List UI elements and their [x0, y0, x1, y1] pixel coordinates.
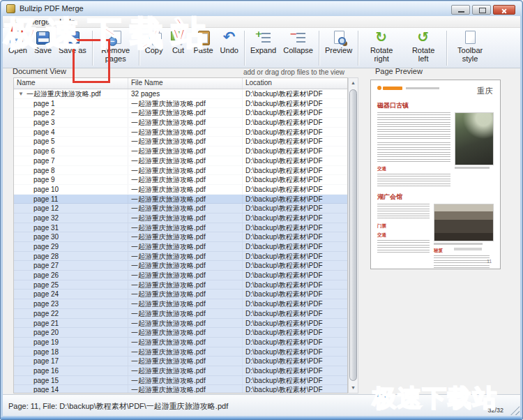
- table-row[interactable]: page 20一起游重庆旅游攻略.pdfD:\backup\教程素材\PDF: [14, 328, 347, 338]
- pdf-page-number: 11: [487, 259, 492, 264]
- toolbar-separator: [244, 31, 245, 66]
- copy-button[interactable]: Copy: [142, 29, 167, 55]
- collapse-button[interactable]: Collapse: [280, 29, 317, 55]
- pdf-sub-ticket: 门票: [377, 223, 430, 230]
- rotate-left-button[interactable]: Rotate left: [402, 29, 444, 63]
- table-scrollbar[interactable]: ▲ ▼: [348, 77, 358, 393]
- table-row[interactable]: page 11一起游重庆旅游攻略.pdfD:\backup\教程素材\PDF: [14, 195, 347, 204]
- toolbar-separator: [92, 31, 93, 66]
- table-row[interactable]: page 23一起游重庆旅游攻略.pdfD:\backup\教程素材\PDF: [14, 299, 347, 309]
- toolbar-button-label: Paste: [193, 47, 213, 55]
- table-row[interactable]: page 19一起游重庆旅游攻略.pdfD:\backup\教程素材\PDF: [14, 338, 347, 347]
- copy-icon: [146, 30, 162, 46]
- pdf-paragraph: [377, 112, 450, 139]
- expand-button[interactable]: Expand: [247, 29, 280, 55]
- undo-button[interactable]: Undo: [217, 29, 242, 55]
- pdf-paragraph: [377, 240, 430, 253]
- table-row[interactable]: page 18一起游重庆旅游攻略.pdfD:\backup\教程素材\PDF: [14, 347, 347, 357]
- open-icon: [9, 30, 26, 46]
- table-row[interactable]: page 5一起游重庆旅游攻略.pdfD:\backup\教程素材\PDF: [14, 137, 347, 147]
- scrollbar-thumb[interactable]: [349, 89, 357, 381]
- paste-button[interactable]: Paste: [190, 29, 216, 55]
- pdf-footer-links: [454, 248, 482, 250]
- pdf-paragraph: [377, 174, 450, 188]
- table-row[interactable]: page 30一起游重庆旅游攻略.pdfD:\backup\教程素材\PDF: [14, 232, 347, 242]
- table-row[interactable]: page 8一起游重庆旅游攻略.pdfD:\backup\教程素材\PDF: [14, 166, 347, 176]
- table-row-document[interactable]: ▼一起游重庆旅游攻略.pdf32 pagesD:\backup\教程素材\PDF: [14, 89, 347, 99]
- table-row[interactable]: page 29一起游重庆旅游攻略.pdfD:\backup\教程素材\PDF: [14, 242, 347, 252]
- menu-item-help[interactable]: Help: [54, 17, 80, 27]
- drag-drop-hint: add or drag drop files to the view: [170, 68, 344, 76]
- remove-pages-icon: [107, 30, 124, 46]
- scroll-up-arrow-icon[interactable]: ▲: [349, 78, 358, 88]
- table-row[interactable]: page 6一起游重庆旅游攻略.pdfD:\backup\教程素材\PDF: [14, 147, 347, 156]
- save-as-button[interactable]: Save as: [55, 29, 90, 55]
- close-button[interactable]: [493, 5, 515, 15]
- toolbar-separator: [139, 31, 139, 66]
- column-header-file-name[interactable]: File Name: [128, 78, 243, 89]
- preview-icon: [331, 30, 347, 46]
- table-row[interactable]: page 22一起游重庆旅游攻略.pdfD:\backup\教程素材\PDF: [14, 309, 347, 319]
- toolbar-button-label: Collapse: [283, 47, 313, 55]
- minimize-icon: [458, 11, 464, 13]
- table-row[interactable]: page 16一起游重庆旅游攻略.pdfD:\backup\教程素材\PDF: [14, 366, 347, 376]
- table-row[interactable]: page 32一起游重庆旅游攻略.pdfD:\backup\教程素材\PDF: [14, 213, 347, 223]
- page-preview: 重庆 磁器口古镇 交通 湖广会馆 门票: [370, 80, 501, 269]
- pdf-paragraph: [377, 204, 430, 220]
- table-row[interactable]: page 1一起游重庆旅游攻略.pdfD:\backup\教程素材\PDF: [14, 99, 347, 109]
- save-icon: [34, 30, 51, 46]
- minimize-button[interactable]: [451, 5, 470, 15]
- toolbar-button-label: Save as: [59, 47, 86, 55]
- collapse-arrow-icon[interactable]: ▼: [18, 89, 24, 98]
- toolbar-separator: [358, 31, 358, 66]
- column-header-name[interactable]: Name: [14, 78, 128, 89]
- menu-item-pdf-merge[interactable]: PDF Merge: [6, 17, 54, 27]
- expand-icon: [255, 30, 272, 46]
- table-row[interactable]: page 4一起游重庆旅游攻略.pdfD:\backup\教程素材\PDF: [14, 128, 347, 137]
- table-row[interactable]: page 31一起游重庆旅游攻略.pdfD:\backup\教程素材\PDF: [14, 223, 347, 233]
- table-row[interactable]: page 25一起游重庆旅游攻略.pdfD:\backup\教程素材\PDF: [14, 280, 347, 290]
- toolbar-button-label: Rotate right: [364, 47, 399, 63]
- maximize-button[interactable]: [472, 5, 491, 15]
- table-row[interactable]: page 26一起游重庆旅游攻略.pdfD:\backup\教程素材\PDF: [14, 271, 347, 280]
- table-row[interactable]: page 10一起游重庆旅游攻略.pdfD:\backup\教程素材\PDF: [14, 185, 347, 195]
- scroll-down-arrow-icon[interactable]: ▼: [349, 383, 358, 393]
- remove-pages-button[interactable]: Remove pages: [95, 29, 137, 63]
- table-row[interactable]: page 15一起游重庆旅游攻略.pdfD:\backup\教程素材\PDF: [14, 376, 347, 386]
- open-button[interactable]: Open: [5, 29, 31, 55]
- pdf-paragraph: [434, 255, 490, 269]
- table-row[interactable]: page 12一起游重庆旅游攻略.pdfD:\backup\教程素材\PDF: [14, 204, 347, 213]
- toolbar-button-label: Expand: [250, 47, 276, 55]
- table-row[interactable]: page 9一起游重庆旅游攻略.pdfD:\backup\教程素材\PDF: [14, 175, 347, 185]
- cut-button[interactable]: Cut: [166, 29, 190, 55]
- toolbar-button-label: Rotate left: [406, 47, 441, 63]
- title-bar[interactable]: Bullzip PDF Merge: [1, 1, 522, 16]
- table-row[interactable]: page 21一起游重庆旅游攻略.pdfD:\backup\教程素材\PDF: [14, 319, 347, 329]
- toolbar-style-button[interactable]: Toolbar style: [449, 29, 491, 63]
- maximize-icon: [479, 8, 486, 13]
- table-row[interactable]: page 14一起游重庆旅游攻略.pdfD:\backup\教程素材\PDF: [14, 385, 347, 393]
- toolbar-button-label: Save: [34, 47, 52, 55]
- table-row[interactable]: page 7一起游重庆旅游攻略.pdfD:\backup\教程素材\PDF: [14, 156, 347, 166]
- table-row[interactable]: page 17一起游重庆旅游攻略.pdfD:\backup\教程素材\PDF: [14, 357, 347, 366]
- pdf-brand-logo: [377, 86, 439, 90]
- toolbar-button-label: Preview: [325, 47, 352, 55]
- table-row[interactable]: page 24一起游重庆旅游攻略.pdfD:\backup\教程素材\PDF: [14, 290, 347, 299]
- preview-button[interactable]: Preview: [321, 29, 356, 55]
- table-row[interactable]: page 27一起游重庆旅游攻略.pdfD:\backup\教程素材\PDF: [14, 261, 347, 271]
- table-row[interactable]: page 28一起游重庆旅游攻略.pdfD:\backup\教程素材\PDF: [14, 252, 347, 262]
- resize-grip[interactable]: [510, 406, 520, 415]
- toolbar-button-label: Toolbar style: [453, 47, 487, 63]
- page-preview-label: Page Preview: [375, 67, 423, 75]
- rotate-right-button[interactable]: Rotate right: [361, 29, 402, 63]
- save-button[interactable]: Save: [31, 29, 55, 55]
- pdf-paragraph: [377, 142, 450, 163]
- app-icon: [6, 4, 15, 13]
- table-row[interactable]: page 3一起游重庆旅游攻略.pdfD:\backup\教程素材\PDF: [14, 118, 347, 128]
- pdf-sub-transport1: 交通: [377, 166, 450, 172]
- table-row[interactable]: page 2一起游重庆旅游攻略.pdfD:\backup\教程素材\PDF: [14, 108, 347, 118]
- column-header-location[interactable]: Location: [243, 78, 347, 89]
- toolbar-separator: [319, 31, 319, 66]
- toolbar-button-label: Undo: [220, 47, 238, 55]
- toolbar-separator: [446, 31, 447, 66]
